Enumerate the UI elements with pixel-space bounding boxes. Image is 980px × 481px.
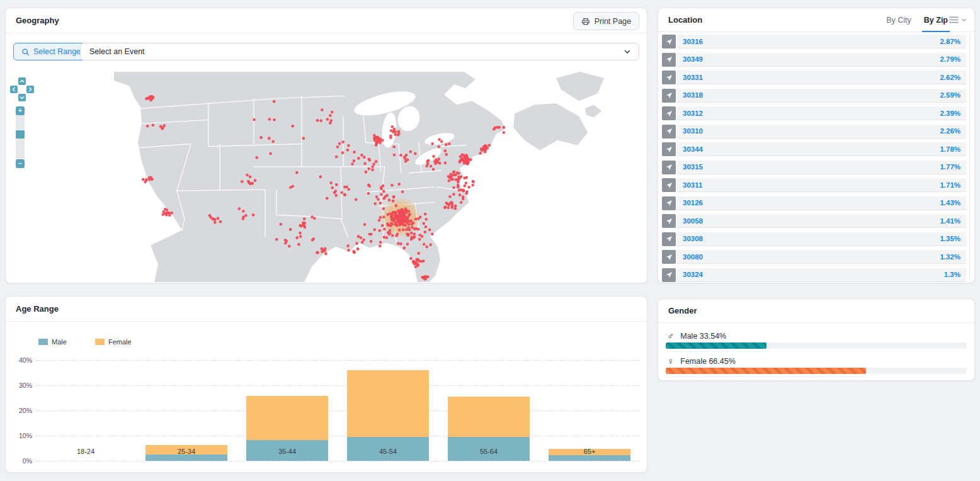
navigate-icon[interactable]: [662, 196, 676, 210]
chevron-down-icon: [961, 17, 967, 23]
gender-title: Gender: [668, 306, 697, 315]
zip-row: 303162.87%: [662, 35, 966, 48]
pan-left-button[interactable]: [10, 86, 18, 93]
tab-by-zip[interactable]: By Zip: [924, 8, 948, 31]
female-progress-fill: [666, 368, 866, 374]
zip-link[interactable]: 30310: [683, 127, 703, 135]
list-scrollbar-gutter[interactable]: [969, 33, 970, 280]
zip-row-bar: 303122.39%: [677, 106, 966, 120]
hamburger-icon: [949, 16, 959, 24]
grid-line: [35, 436, 640, 436]
zip-link[interactable]: 30308: [683, 235, 703, 242]
zip-row-bar: 300801.32%: [677, 250, 966, 264]
geography-title: Geography: [16, 16, 59, 25]
zip-row: 303312.62%: [662, 71, 966, 84]
navigate-icon[interactable]: [662, 35, 676, 48]
zip-row-bar: 303182.59%: [677, 89, 966, 103]
zip-percentage: 2.87%: [940, 38, 960, 45]
zip-link[interactable]: 30315: [683, 163, 703, 171]
tab-by-city[interactable]: By City: [886, 8, 911, 31]
us-map[interactable]: [114, 72, 641, 282]
zip-percentage: 1.71%: [940, 181, 960, 189]
navigate-icon[interactable]: [662, 178, 676, 192]
location-title: Location: [668, 15, 702, 25]
zip-row-bar: 303111.71%: [677, 178, 966, 192]
zoom-out-button[interactable]: −: [16, 159, 25, 168]
y-axis-tick: 0%: [7, 457, 32, 465]
navigate-icon[interactable]: [662, 106, 676, 120]
x-axis-label: 18-24: [35, 448, 136, 455]
zip-percentage: 2.62%: [940, 74, 960, 81]
event-select[interactable]: Select an Event: [80, 43, 639, 60]
navigate-icon[interactable]: [662, 214, 676, 228]
zip-link[interactable]: 30344: [683, 145, 703, 153]
zoom-slider-handle[interactable]: [16, 130, 25, 139]
zip-link[interactable]: 30349: [683, 55, 703, 63]
zoom-in-button[interactable]: +: [16, 106, 25, 115]
zip-row: 303081.35%: [662, 232, 966, 246]
zip-link[interactable]: 30331: [683, 74, 703, 81]
bar-female-45-54[interactable]: [347, 370, 429, 437]
zip-link[interactable]: 30126: [683, 199, 703, 207]
zip-link[interactable]: 30324: [683, 271, 703, 278]
chevron-down-icon: [624, 48, 631, 55]
map-zoom-slider[interactable]: + −: [16, 106, 25, 168]
zip-row-bar: 303102.26%: [677, 125, 966, 139]
zip-link[interactable]: 30311: [683, 181, 702, 189]
navigate-icon[interactable]: [662, 142, 676, 156]
female-label: Female 66.45%: [680, 357, 736, 366]
zip-row: 300581.41%: [662, 214, 966, 228]
zip-row-bar: 301261.43%: [677, 196, 966, 210]
zip-row-bar: 303492.79%: [677, 53, 966, 67]
navigate-icon[interactable]: [662, 89, 676, 103]
zip-link[interactable]: 30316: [683, 38, 703, 45]
zip-row: 303241.3%: [662, 268, 966, 282]
bar-male-25-34[interactable]: [145, 455, 227, 461]
pan-up-button[interactable]: [18, 77, 26, 85]
zip-row: 301261.43%: [662, 196, 966, 210]
age-chart-plot: 0%10%20%30%40%18-2425-3435-4445-5455-646…: [6, 297, 647, 472]
bar-female-55-64[interactable]: [448, 397, 530, 437]
pan-right-button[interactable]: [26, 86, 34, 93]
x-axis-label: 55-64: [438, 448, 539, 455]
female-progress-track: [666, 368, 967, 374]
zip-list: 303162.87%303492.79%303312.62%303182.59%…: [662, 35, 966, 281]
navigate-icon[interactable]: [662, 250, 676, 264]
navigate-icon[interactable]: [662, 161, 676, 174]
select-range-button[interactable]: Select Range: [13, 43, 89, 60]
navigate-icon[interactable]: [662, 268, 676, 282]
gender-header: Gender: [658, 299, 974, 323]
zip-link[interactable]: 30318: [683, 91, 703, 99]
zip-percentage: 1.41%: [940, 217, 960, 225]
y-axis-tick: 20%: [7, 407, 32, 414]
zip-row-bar: 303241.3%: [677, 268, 966, 282]
location-menu-button[interactable]: [949, 16, 967, 24]
navigate-icon[interactable]: [662, 71, 676, 84]
bar-male-65+[interactable]: [549, 455, 630, 461]
zip-link[interactable]: 30312: [683, 110, 703, 117]
navigate-icon[interactable]: [662, 125, 676, 139]
zip-row-bar: 303312.62%: [677, 71, 966, 84]
bar-female-35-44[interactable]: [246, 396, 328, 440]
map-pan-control: [10, 77, 34, 101]
zip-percentage: 1.35%: [940, 235, 960, 242]
zip-row-bar: 303151.77%: [677, 161, 966, 174]
pan-down-button[interactable]: [18, 94, 26, 101]
navigate-icon[interactable]: [662, 53, 676, 67]
zip-link[interactable]: 30080: [683, 253, 703, 261]
zip-percentage: 1.32%: [940, 253, 960, 261]
printer-icon: [581, 17, 590, 26]
female-icon: ♀: [667, 356, 674, 366]
zip-row: 303122.39%: [662, 106, 966, 120]
pan-center: [18, 86, 26, 93]
grid-line: [35, 360, 640, 361]
navigate-icon[interactable]: [662, 232, 676, 246]
print-page-label: Print Page: [595, 17, 631, 26]
geography-header: Geography Print Page: [6, 8, 647, 33]
y-axis-tick: 10%: [7, 432, 32, 439]
zip-link[interactable]: 30058: [683, 217, 703, 225]
zip-percentage: 2.39%: [940, 110, 960, 117]
zip-row-bar: 303081.35%: [677, 232, 966, 246]
male-row: ♂ Male 33.54%: [667, 331, 726, 341]
print-page-button[interactable]: Print Page: [573, 12, 639, 30]
